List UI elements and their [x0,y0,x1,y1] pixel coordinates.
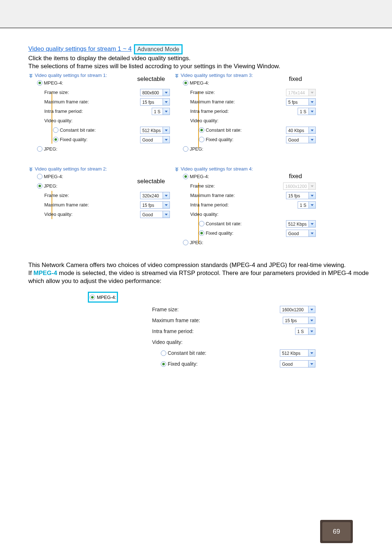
advanced-mode-badge: Advanced Mode [134,44,183,54]
s3-frame-select: 176x144 [286,89,316,96]
s2-vq-label: Video quality: [44,212,140,217]
s2-jpeg-radio[interactable] [37,183,42,189]
s3-frame-label: Frame size: [190,90,286,95]
stream3-panel: Video quality settings for stream 3: MPE… [174,73,316,154]
s2-rate-select[interactable]: 15 fps [140,201,170,209]
s4-rate-select[interactable]: 15 fps [286,192,316,199]
page-number-badge: 69 [320,520,353,543]
set2-mpeg4-label: MPEG-4: [97,295,116,300]
s1-jpeg-label: JPEG: [44,146,170,152]
s4-fixedq-radio[interactable] [199,230,204,236]
mpeg4-keyword: MPEG-4 [33,270,57,276]
s3-intra-select[interactable]: 1 S [298,108,316,115]
s3-fixedq-select[interactable]: Good [286,136,316,143]
s1-jpeg-radio[interactable] [37,146,42,152]
mpeg4-highlight-box: MPEG-4: [88,292,118,303]
chevron-down-icon[interactable] [174,167,179,172]
set2-vq-label: Video quality: [141,339,315,345]
set2-intra-select[interactable]: 1 S [295,328,315,335]
set2-fixedq-select[interactable]: Good [280,360,315,368]
stream4-title: Video quality settings for stream 4: [181,166,253,172]
s2-rate-label: Maximum frame rate: [44,202,140,208]
s2-frame-label: Frame size: [44,193,140,198]
set2-cbr-radio[interactable] [161,350,166,356]
s3-mpeg4-label: MPEG-4: [190,80,316,86]
paragraph1: This Network Camera offers two choices o… [28,261,369,269]
paragraph2: If MPEG-4 mode is selected, the video is… [28,269,369,285]
s1-cbr-select[interactable]: 512 Kbps [140,127,170,134]
chevron-down-icon[interactable] [28,167,33,172]
set2-frame-label: Frame size: [141,307,280,312]
set2-fixedq-label: Fixed quality: [168,361,280,367]
set2-frame-select[interactable]: 1600x1200 [280,306,315,313]
page-number: 69 [320,528,353,535]
stream3-title: Video quality settings for stream 3: [181,73,253,78]
s2-vq-select[interactable]: Good [140,211,170,218]
s1-mpeg4-radio[interactable] [37,80,42,86]
s2-mpeg4-label: MPEG-4: [44,174,170,179]
instruction-line2: The selections of frame sizes will be li… [28,62,369,70]
chevron-down-icon[interactable] [174,73,179,78]
s4-intra-select[interactable]: 1 S [298,201,316,209]
set2-cbr-select[interactable]: 512 Kbps [280,349,315,357]
s1-intra-select[interactable]: 1 S [152,108,170,115]
s3-cbr-select[interactable]: 40 Kbps [286,127,316,134]
s3-jpeg-label: JPEG: [190,146,316,152]
s1-fixedq-select[interactable]: Good [140,136,170,143]
s1-intra-label: Intra frame period: [44,108,152,114]
s4-cbr-radio[interactable] [199,221,204,226]
set2-mpeg4-radio[interactable] [90,295,95,300]
s4-cbr-label: Constant bit rate: [206,221,286,226]
s1-cbr-radio[interactable] [53,127,58,133]
page-topbar [0,0,392,28]
set2-intra-label: Intra frame period: [141,328,295,334]
s1-rate-select[interactable]: 15 fps [140,98,170,106]
s3-cbr-radio[interactable] [199,127,204,133]
stream4-panel: Video quality settings for stream 4: MPE… [174,166,316,247]
set2-fixedq-radio[interactable] [161,361,166,367]
s3-vq-label: Video quality: [190,118,316,123]
set2-cbr-label: Constant bit rate: [168,350,280,356]
stream1-title: Video quality settings for stream 1: [35,73,107,78]
s4-fixedq-label: Fixed quality: [206,230,286,236]
chevron-down-icon[interactable] [28,73,33,78]
set2-rate-select[interactable]: 15 fps [283,317,315,324]
s3-fixedq-radio[interactable] [199,137,204,142]
s1-mpeg4-label: MPEG-4: [44,80,170,86]
s1-frame-select[interactable]: 800x600 [140,89,170,96]
s1-rate-label: Maximum frame rate: [44,99,140,104]
s4-cbr-select[interactable]: 512 Kbps [286,220,316,227]
s4-jpeg-radio[interactable] [183,240,188,245]
s4-fixedq-select[interactable]: Good [286,230,316,237]
stream2-panel: Video quality settings for stream 2: MPE… [28,166,170,219]
set2-rate-label: Maximum frame rate: [141,317,283,323]
s4-mpeg4-label: MPEG-4: [190,174,316,179]
s3-rate-label: Maximum frame rate: [190,99,286,104]
stream2-title: Video quality settings for stream 2: [35,166,107,172]
s4-intra-label: Intra frame period: [190,202,298,208]
s3-mpeg4-radio[interactable] [183,80,188,86]
stream1-panel: Video quality settings for stream 1: MPE… [28,73,170,154]
s1-fixedq-radio[interactable] [53,137,58,142]
instruction-line1: Click the items to display the detailed … [28,54,369,62]
s4-vq-label: Video quality: [190,212,316,217]
s4-frame-label: Frame size: [190,183,283,189]
s3-rate-select[interactable]: 5 fps [286,98,316,106]
s1-frame-label: Frame size: [44,90,140,95]
s3-fixedq-label: Fixed quality: [206,137,286,142]
s2-mpeg4-radio[interactable] [37,174,42,179]
s1-cbr-label: Constant bit rate: [60,127,140,133]
s3-cbr-label: Constant bit rate: [206,127,286,133]
s4-mpeg4-radio[interactable] [183,174,188,179]
s1-fixedq-label: Fixed quality: [60,137,140,142]
s2-jpeg-label: JPEG: [44,183,170,189]
s1-vq-label: Video quality: [44,118,170,123]
s4-frame-select: 1600x1200 [283,182,316,190]
section-title-link[interactable]: Video quality settings for stream 1 ~ 4 [28,45,132,52]
s3-intra-label: Intra frame period: [190,108,298,114]
s2-frame-select[interactable]: 320x240 [140,192,170,199]
s4-rate-label: Maximum frame rate: [190,193,286,198]
s4-jpeg-label: JPEG: [190,240,316,245]
s3-jpeg-radio[interactable] [183,146,188,152]
